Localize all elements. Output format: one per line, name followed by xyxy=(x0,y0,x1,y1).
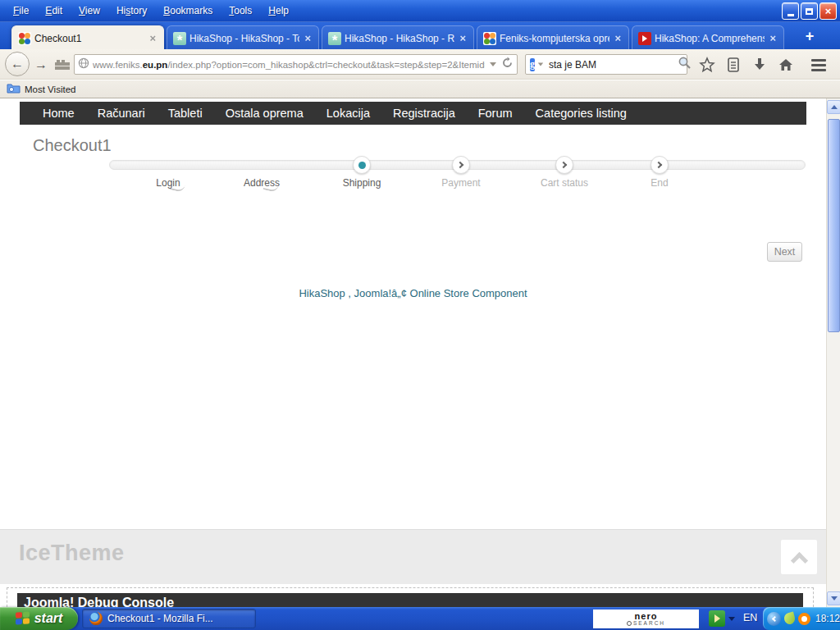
bookmarks-menu-button[interactable] xyxy=(724,56,743,74)
scroll-down-button[interactable] xyxy=(827,591,840,605)
tab-close-icon[interactable]: × xyxy=(148,32,158,44)
nero-dropdown-icon[interactable] xyxy=(728,617,735,621)
hikashop-favicon-icon: * xyxy=(173,32,186,45)
nero-go-button[interactable] xyxy=(709,610,725,627)
xp-taskbar: start Checkout1 - Mozilla Fi... nero SEA… xyxy=(0,607,840,630)
tray-orange-icon[interactable] xyxy=(798,613,810,625)
next-button[interactable]: Next xyxy=(767,242,802,262)
back-button[interactable]: ← xyxy=(5,52,30,76)
firefox-window: FileEditViewHistoryBookmarksToolsHelp × … xyxy=(0,0,840,630)
vertical-scrollbar[interactable] xyxy=(826,98,840,607)
forward-arrow-icon: → xyxy=(34,58,48,71)
tab-close-icon[interactable]: × xyxy=(768,32,778,44)
url-subdomain: www.feniks. xyxy=(93,60,143,70)
language-indicator[interactable]: EN xyxy=(743,612,757,623)
minimize-icon xyxy=(788,14,794,16)
reload-icon[interactable] xyxy=(501,57,514,72)
taskbar-clock: 18:12 xyxy=(815,613,840,624)
menu-history[interactable]: History xyxy=(108,3,155,18)
tab-title: HikaShop - HikaShop - To... xyxy=(189,33,299,44)
google-engine-icon[interactable]: g xyxy=(530,58,535,71)
tab-title: Checkout1 xyxy=(34,33,144,44)
hamburger-icon xyxy=(811,59,826,71)
tab-close-icon[interactable]: × xyxy=(458,32,468,44)
url-text: www.feniks.eu.pn/index.php?option=com_hi… xyxy=(93,60,485,70)
bookmark-star-button[interactable] xyxy=(697,56,717,74)
scroll-up-button[interactable] xyxy=(827,100,840,114)
close-button[interactable]: × xyxy=(819,2,837,20)
browser-tab[interactable]: HikaShop: A Comprehensi...× xyxy=(632,25,784,50)
tray-leaf-icon[interactable] xyxy=(783,612,796,626)
restore-icon xyxy=(806,8,813,15)
most-visited-folder-icon xyxy=(7,82,21,97)
menu-help[interactable]: Help xyxy=(260,3,297,18)
downloads-button[interactable] xyxy=(750,56,769,74)
joomla-favicon-icon xyxy=(18,32,31,45)
step-indicator-shipping xyxy=(353,156,371,174)
bookmarks-toolbar: Most Visited xyxy=(0,80,840,98)
debug-console-panel: Joomla! Debug Console xyxy=(7,587,814,607)
tab-close-icon[interactable]: × xyxy=(303,32,313,44)
urlbar-dropdown-icon[interactable] xyxy=(490,62,496,66)
restore-button[interactable] xyxy=(801,2,818,20)
new-tab-button[interactable]: + xyxy=(799,28,820,46)
minimize-button[interactable] xyxy=(782,2,799,20)
scrollbar-thumb[interactable] xyxy=(828,119,840,332)
menu-file[interactable]: File xyxy=(5,3,37,18)
tab-strip: Checkout1×*HikaShop - HikaShop - To...×*… xyxy=(11,25,787,50)
step-label-payment: Payment xyxy=(441,177,480,189)
browser-tab[interactable]: *HikaShop - HikaShop - To...× xyxy=(167,25,319,50)
step-label-end: End xyxy=(651,177,668,189)
site-identity-icon[interactable] xyxy=(54,58,71,74)
tab-close-icon[interactable]: × xyxy=(613,32,623,44)
url-domain: eu.pn xyxy=(143,60,168,70)
url-bar[interactable]: www.feniks.eu.pn/index.php?option=com_hi… xyxy=(74,54,518,75)
hide-tray-icons-button[interactable] xyxy=(767,612,781,626)
menu-bookmarks[interactable]: Bookmarks xyxy=(155,3,221,18)
bookmark-most-visited[interactable]: Most Visited xyxy=(25,84,75,94)
icetheme-brand: IceTheme xyxy=(19,541,125,566)
start-label: start xyxy=(34,611,63,626)
menu-view[interactable]: View xyxy=(71,3,108,18)
menu-edit[interactable]: Edit xyxy=(37,3,71,18)
youtube-favicon-icon xyxy=(638,32,651,45)
title-bar: FileEditViewHistoryBookmarksToolsHelp × xyxy=(0,0,840,21)
scroll-down-icon xyxy=(831,596,838,600)
menu-hamburger-button[interactable] xyxy=(809,56,829,74)
window-controls: × xyxy=(782,2,837,20)
scroll-up-icon xyxy=(831,105,838,109)
step-label-cart-status: Cart status xyxy=(541,177,588,189)
menu-tools[interactable]: Tools xyxy=(221,3,260,18)
navigation-toolbar: ← → www.feniks.eu.pn/index.php?option=co… xyxy=(0,49,840,80)
page-viewport: HomeRačunariTabletiOstala opremaLokacija… xyxy=(0,98,826,607)
browser-tab[interactable]: Feniks-kompjuterska opre...× xyxy=(477,25,629,50)
windows-flag-icon xyxy=(16,611,30,625)
back-to-top-button[interactable] xyxy=(781,540,817,574)
start-button[interactable]: start xyxy=(0,607,78,630)
nero-search-badge-icon xyxy=(627,621,632,626)
globe-icon xyxy=(78,57,89,72)
browser-tab[interactable]: *HikaShop - HikaShop - Re...× xyxy=(322,25,474,50)
hikashop-store-link[interactable]: HikaShop , Joomla!â„¢ Online Store Compo… xyxy=(0,287,826,299)
close-icon: × xyxy=(825,5,832,17)
tab-title: HikaShop: A Comprehensi... xyxy=(655,33,765,44)
tab-title: Feniks-kompjuterska opre... xyxy=(500,33,609,44)
step-label-login[interactable]: Login xyxy=(156,177,180,189)
browser-tab-active[interactable]: Checkout1× xyxy=(11,25,164,50)
taskbar-firefox-task[interactable]: Checkout1 - Mozilla Fi... xyxy=(82,609,256,628)
step-label-address[interactable]: Address xyxy=(244,177,280,189)
nero-search-box[interactable]: nero SEARCH xyxy=(593,609,699,628)
forward-button[interactable]: → xyxy=(33,57,49,73)
url-path: /index.php?option=com_hikashop&ctrl=chec… xyxy=(167,60,485,70)
home-button[interactable] xyxy=(776,56,796,74)
search-input[interactable] xyxy=(547,58,678,71)
search-bar[interactable]: g xyxy=(525,54,687,75)
joomla-favicon-icon xyxy=(483,32,496,45)
tab-bar: Checkout1×*HikaShop - HikaShop - To...×*… xyxy=(0,21,840,49)
search-magnifier-icon[interactable] xyxy=(678,56,692,73)
site-footer: IceTheme xyxy=(0,529,826,584)
debug-console-header[interactable]: Joomla! Debug Console xyxy=(17,593,803,607)
chevron-right-icon xyxy=(457,162,463,168)
search-engine-dropdown-icon[interactable] xyxy=(538,63,543,66)
hikashop-favicon-icon: * xyxy=(328,32,341,45)
